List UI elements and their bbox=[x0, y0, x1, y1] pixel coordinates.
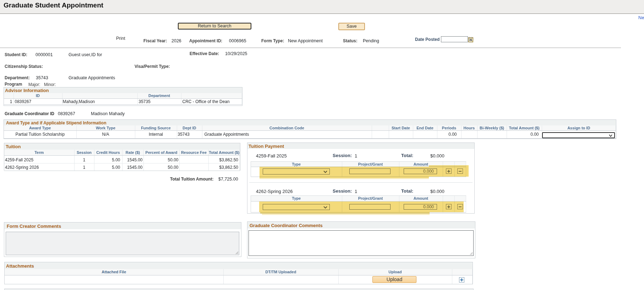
svg-text:31: 31 bbox=[469, 38, 473, 42]
